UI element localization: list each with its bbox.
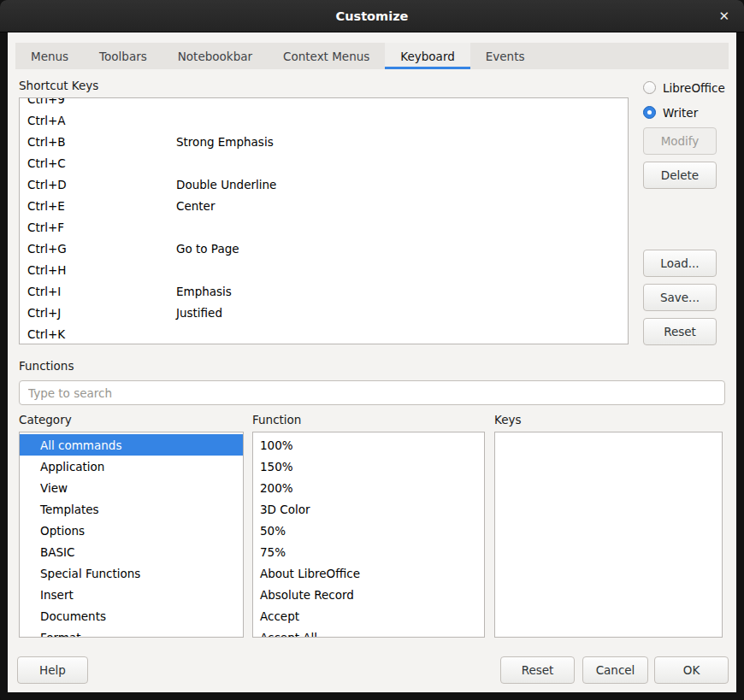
tab-menus[interactable]: Menus — [15, 43, 84, 69]
shortcut-key: Ctrl+D — [27, 178, 67, 191]
function-list[interactable]: 100%150%200%3D Color50%75%About LibreOff… — [252, 432, 485, 638]
window-title: Customize — [336, 9, 409, 23]
radio-icon — [643, 81, 656, 94]
shortcut-list-rows: Ctrl+9Ctrl+ACtrl+BStrong EmphasisCtrl+CC… — [20, 97, 628, 344]
shortcut-row[interactable]: Ctrl+9 — [20, 97, 628, 109]
radio-icon — [643, 106, 656, 119]
modify-button[interactable]: Modify — [643, 127, 717, 155]
shortcut-key: Ctrl+I — [27, 285, 61, 298]
function-item[interactable]: 3D Color — [253, 498, 484, 520]
shortcut-key: Ctrl+C — [27, 156, 66, 170]
shortcut-key: Ctrl+E — [27, 199, 65, 213]
save-button[interactable]: Save... — [643, 284, 717, 311]
category-item[interactable]: Application — [20, 456, 243, 477]
category-item[interactable]: Insert — [20, 584, 243, 605]
category-column-label: Category — [19, 413, 72, 426]
function-item[interactable]: 75% — [253, 541, 484, 562]
shortcut-row[interactable]: Ctrl+BStrong Emphasis — [20, 131, 628, 152]
function-item[interactable]: Accept — [253, 605, 484, 626]
category-item[interactable]: Special Functions — [20, 562, 243, 584]
function-item[interactable]: 150% — [253, 456, 484, 477]
close-icon[interactable]: ✕ — [718, 0, 729, 32]
tab-keyboard[interactable]: Keyboard — [385, 43, 469, 69]
tab-events[interactable]: Events — [470, 43, 540, 69]
shortcut-command: Strong Emphasis — [176, 135, 274, 149]
keys-list[interactable] — [494, 432, 723, 638]
function-item[interactable]: About LibreOffice — [253, 562, 484, 584]
titlebar[interactable]: Customize ✕ — [0, 0, 744, 32]
shortcut-row[interactable]: Ctrl+GGo to Page — [20, 238, 628, 259]
tab-context-menus[interactable]: Context Menus — [268, 43, 385, 69]
category-item[interactable]: Templates — [20, 498, 243, 520]
radio-writer[interactable]: Writer — [643, 105, 698, 120]
function-item[interactable]: 100% — [253, 434, 484, 456]
shortcut-row[interactable]: Ctrl+K — [20, 323, 628, 344]
shortcut-command: Double Underline — [176, 178, 276, 191]
shortcut-command: Emphasis — [176, 285, 232, 298]
category-item[interactable]: All commands — [20, 434, 243, 456]
shortcut-row[interactable]: Ctrl+JJustified — [20, 302, 628, 323]
reset-shortcuts-button[interactable]: Reset — [643, 318, 717, 345]
radio-label: LibreOffice — [663, 81, 725, 95]
tab-bar: MenusToolbarsNotebookbarContext MenusKey… — [15, 43, 729, 69]
shortcut-command: Go to Page — [176, 242, 239, 256]
shortcut-key: Ctrl+A — [27, 114, 66, 127]
shortcut-key: Ctrl+F — [27, 221, 64, 234]
delete-button[interactable]: Delete — [643, 162, 717, 189]
shortcut-key: Ctrl+B — [27, 135, 66, 149]
shortcut-keys-label: Shortcut Keys — [19, 79, 98, 92]
category-item[interactable]: Options — [20, 520, 243, 541]
shortcut-command: Center — [176, 199, 215, 213]
shortcut-row[interactable]: Ctrl+ECenter — [20, 195, 628, 216]
keys-column-label: Keys — [494, 413, 522, 426]
category-item[interactable]: BASIC — [20, 541, 243, 562]
shortcut-list[interactable]: Ctrl+9Ctrl+ACtrl+BStrong EmphasisCtrl+CC… — [19, 97, 629, 344]
footer-reset-button[interactable]: Reset — [500, 656, 575, 684]
shortcut-row[interactable]: Ctrl+C — [20, 152, 628, 174]
cancel-button[interactable]: Cancel — [582, 656, 648, 684]
load-button[interactable]: Load... — [643, 250, 717, 277]
shortcut-row[interactable]: Ctrl+F — [20, 216, 628, 238]
function-item[interactable]: Absolute Record — [253, 584, 484, 605]
shortcut-key: Ctrl+K — [27, 327, 65, 341]
shortcut-key: Ctrl+9 — [27, 97, 65, 106]
function-item[interactable]: 200% — [253, 477, 484, 498]
search-input[interactable] — [19, 380, 725, 405]
function-item[interactable]: Accept All — [253, 626, 484, 638]
shortcut-row[interactable]: Ctrl+A — [20, 109, 628, 131]
tab-toolbars[interactable]: Toolbars — [84, 43, 162, 69]
ok-button[interactable]: OK — [654, 656, 729, 684]
category-list[interactable]: All commandsApplicationViewTemplatesOpti… — [19, 432, 244, 638]
dialog-content: MenusToolbarsNotebookbarContext MenusKey… — [8, 32, 736, 692]
functions-label: Functions — [19, 359, 74, 373]
shortcut-row[interactable]: Ctrl+DDouble Underline — [20, 174, 628, 195]
customize-dialog: Customize ✕ MenusToolbarsNotebookbarCont… — [0, 0, 744, 700]
category-item[interactable]: Documents — [20, 605, 243, 626]
tab-notebookbar[interactable]: Notebookbar — [162, 43, 268, 69]
radio-label: Writer — [663, 106, 698, 120]
shortcut-row[interactable]: Ctrl+IEmphasis — [20, 280, 628, 302]
shortcut-command: Justified — [176, 306, 222, 320]
shortcut-key: Ctrl+J — [27, 306, 61, 320]
help-button[interactable]: Help — [17, 656, 88, 684]
shortcut-key: Ctrl+H — [27, 263, 66, 277]
category-item[interactable]: View — [20, 477, 243, 498]
radio-libreoffice[interactable]: LibreOffice — [643, 80, 725, 95]
function-column-label: Function — [252, 413, 301, 426]
shortcut-row[interactable]: Ctrl+H — [20, 259, 628, 280]
shortcut-key: Ctrl+G — [27, 242, 67, 256]
function-item[interactable]: 50% — [253, 520, 484, 541]
category-item[interactable]: Format — [20, 626, 243, 638]
